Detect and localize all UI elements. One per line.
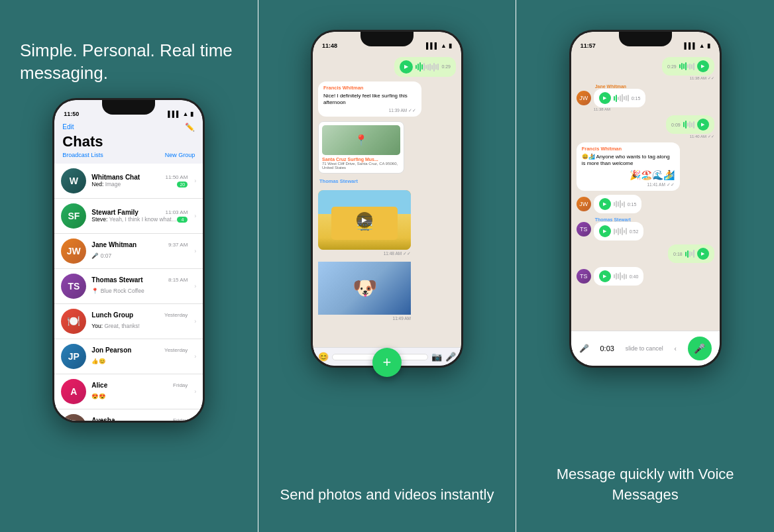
chat-preview: You: Great, thanks! <box>91 323 139 329</box>
chat-preview: Steve: Yeah, I think I know what you m..… <box>91 216 177 223</box>
chat-info: Alice Friday 😍😍 <box>91 382 188 401</box>
pug-image: 🐶 <box>318 262 411 315</box>
message-row: TS ▶ 0:40 <box>577 267 714 286</box>
phone-screen-center: 11:48 ▌▌▌ ▲ ▮ ▶ <box>313 32 461 366</box>
battery-icon-r: ▮ <box>707 42 710 49</box>
compose-icon[interactable]: ✏️ <box>185 123 195 132</box>
sender-name: Thomas Stewart <box>595 217 644 222</box>
avatar: W <box>61 168 86 193</box>
list-item[interactable]: TS Thomas Stewart 8:15 AM 📍 Blue Rock Co… <box>54 269 203 304</box>
voice-record-bar: 🎤 0:03 slide to cancel ‹ 🎤 <box>571 331 720 366</box>
msg-time: 11:48 AM ✓✓ <box>318 251 411 256</box>
avatar: JW <box>577 91 591 105</box>
list-item[interactable]: A Alice Friday 😍😍 › <box>54 374 203 409</box>
message-row: 0:09 ▶ 11:40 AM ✓✓ <box>577 115 714 138</box>
time-center: 11:48 <box>322 42 337 49</box>
message-row: Thomas Stewart <box>318 178 456 186</box>
play-button[interactable]: ▶ <box>697 60 709 72</box>
sender-name: Thomas Stewart <box>319 178 358 184</box>
avatar: JW <box>61 239 86 264</box>
new-group-link[interactable]: New Group <box>165 152 195 158</box>
chat-time: Friday <box>173 417 188 421</box>
chat-name-row: Lunch Group Yesterday <box>91 311 188 319</box>
chat-name: Ayesha <box>91 417 115 421</box>
msg-bubble-incoming: Francis Whitman Nice! I definitely feel … <box>318 81 421 117</box>
chat-preview: 😍😍 <box>91 393 106 399</box>
msg-time: 11:41 AM ✓✓ <box>582 182 675 187</box>
chat-name-row: Jane Whitman 9:37 AM <box>91 241 188 248</box>
message-row: JW ▶ 0:15 <box>577 195 714 213</box>
notch-left <box>102 100 155 115</box>
chats-edit-row: Edit ✏️ <box>62 123 195 132</box>
msg-time: 11:40 AM ✓✓ <box>690 134 714 138</box>
chat-name: Alice <box>91 382 107 389</box>
play-button[interactable]: ▶ <box>599 198 611 210</box>
chat-info: Whitmans Chat 11:50 AM Ned: Image 20 <box>91 174 188 187</box>
signal-icon-r: ▌▌▌ <box>685 42 697 49</box>
signal-icon-c: ▌▌▌ <box>426 42 439 49</box>
chat-name: Jon Pearson <box>91 346 131 354</box>
message-row: Francis Whitman 😄🏄 Anyone who wants to t… <box>577 142 714 191</box>
chat-info: Jane Whitman 9:37 AM 🎤 0:07 <box>91 241 188 260</box>
slide-to-cancel: slide to cancel <box>626 345 663 352</box>
avatar: Ay <box>61 414 86 421</box>
panel-center: 11:48 ▌▌▌ ▲ ▮ ▶ <box>258 0 516 532</box>
play-button[interactable]: ▶ <box>599 92 611 104</box>
play-button[interactable]: ▶ <box>599 225 611 237</box>
list-item[interactable]: Ay Ayesha Friday 🌴 It's the weekend › <box>54 409 203 421</box>
list-item[interactable]: 🍽️ Lunch Group Yesterday You: Great, tha… <box>54 304 203 339</box>
list-item[interactable]: JW Jane Whitman 9:37 AM 🎤 0:07 › <box>54 234 203 269</box>
msg-bubble-incoming: Francis Whitman 😄🏄 Anyone who wants to t… <box>577 142 680 191</box>
pug-scene: 🐶 <box>318 262 411 315</box>
voice-duration: 0:15 <box>628 202 637 207</box>
sender-name: Jane Whitman <box>595 84 646 89</box>
battery-icon: ▮ <box>190 111 194 117</box>
play-button[interactable]: ▶ <box>697 248 709 260</box>
chat-name-row: Ayesha Friday <box>91 417 188 421</box>
chat-time: 9:37 AM <box>168 242 188 248</box>
voice-bubble: ▶ 0:15 <box>594 89 646 107</box>
outgoing-voice: 0:29 ▶ <box>662 57 714 80</box>
waveform <box>685 250 694 258</box>
notch-right <box>619 32 672 46</box>
list-item[interactable]: W Whitmans Chat 11:50 AM Ned: Image 20 › <box>54 164 203 199</box>
chat-preview: Ned: Image <box>91 181 121 187</box>
chats-links-row: Broadcast Lists New Group <box>62 152 195 158</box>
list-item[interactable]: JP Jon Pearson Yesterday 👍😊 › <box>54 339 203 374</box>
play-button[interactable]: ▶ <box>599 270 611 282</box>
conv-messages: ▶ <box>313 52 461 347</box>
chat-list: W Whitmans Chat 11:50 AM Ned: Image 20 › <box>54 164 203 421</box>
battery-icon-c: ▮ <box>449 42 452 49</box>
message-row: 🚋 ▶ 11:48 AM ✓✓ <box>318 190 456 256</box>
chats-title: Chats <box>62 133 195 150</box>
record-button[interactable]: 🎤 <box>688 337 712 360</box>
msg-text: 😄🏄 Anyone who wants to tag along is more… <box>582 154 675 168</box>
location-addr: 71 West Cliff Drive, Santa Cruz, CA 9506… <box>322 162 400 170</box>
chevron-icon: ‹ <box>675 345 677 352</box>
tram-image: 🚋 ▶ <box>318 190 411 250</box>
edit-button[interactable]: Edit <box>62 123 74 131</box>
tagline: Simple. Personal. Real time messaging. <box>20 40 245 85</box>
play-button[interactable]: ▶ <box>697 119 709 131</box>
waveform <box>614 272 627 280</box>
emoji-icon[interactable]: 😊 <box>318 352 329 362</box>
play-button[interactable]: ▶ <box>357 212 372 228</box>
message-row: TS Thomas Stewart ▶ <box>577 217 714 240</box>
avatar: TS <box>577 222 591 237</box>
location-map: 📍 <box>322 125 400 155</box>
fab-button[interactable]: + <box>372 348 402 377</box>
avatar: JW <box>577 197 591 211</box>
list-item[interactable]: SF Stewart Family 11:03 AM Steve: Yeah, … <box>54 199 203 234</box>
voice-bubble: ▶ 0:52 <box>594 222 644 240</box>
mic-icon[interactable]: 🎤 <box>445 352 456 362</box>
badge: 4 <box>177 217 188 223</box>
status-icons-left: ▌▌▌ ▲ ▮ <box>168 111 194 117</box>
chat-name: Thomas Stewart <box>91 276 142 284</box>
voice-time-label: 0:18 <box>673 252 683 256</box>
play-button[interactable]: ▶ <box>400 60 413 74</box>
chat-name: Jane Whitman <box>91 241 137 248</box>
chevron-icon: › <box>194 283 196 290</box>
sender-name: Francis Whitman <box>323 85 416 91</box>
camera-icon[interactable]: 📷 <box>431 352 442 362</box>
broadcast-lists-link[interactable]: Broadcast Lists <box>62 152 103 158</box>
